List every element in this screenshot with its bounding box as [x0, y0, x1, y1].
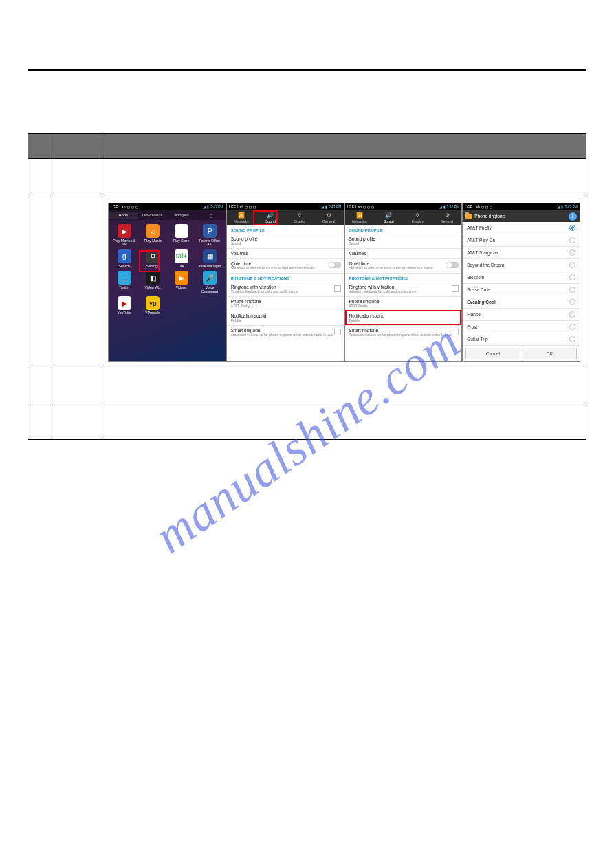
status-bar: LGE Lab ◻ ◻ ◻ ◢▮2:42 PM — [109, 203, 226, 210]
screenshot-settings-1: LGE Lab ◻ ◻ ◻ ◢▮2:42 PM 📶Networks 🔊Sound… — [226, 203, 344, 362]
ringtone-item[interactable]: Beyond the Dream — [463, 259, 580, 271]
settings-tabs: 📶Networks 🔊Sound ✲Display ⚙General — [227, 210, 344, 225]
settings-item[interactable]: Notification soundPebble — [345, 311, 462, 326]
app-item[interactable]: PPolaris Office 4.0 — [197, 224, 222, 247]
screenshot-apps: LGE Lab ◻ ◻ ◻ ◢▮2:42 PM Apps Downloads W… — [108, 203, 226, 362]
table-row — [28, 159, 586, 197]
table-header-row — [28, 134, 586, 159]
section-sound-profile: SOUND PROFILE — [227, 225, 344, 234]
app-item[interactable]: ypYPmobile — [140, 296, 165, 315]
ringtone-item[interactable]: Frost — [463, 321, 580, 333]
cancel-button[interactable]: Cancel — [465, 348, 520, 359]
ringtone-item[interactable]: Blossom — [463, 271, 580, 284]
tab-networks[interactable]: 📶Networks — [345, 210, 374, 225]
settings-item[interactable]: Volumes — [345, 249, 462, 259]
app-item[interactable]: 🐦Twitter — [111, 271, 137, 293]
app-item[interactable]: gSearch — [111, 249, 137, 268]
settings-item[interactable]: Ringtone with vibrationVibration feedbac… — [345, 282, 462, 297]
tab-networks[interactable]: 📶Networks — [227, 210, 256, 225]
app-item[interactable]: ▶YouTube — [111, 296, 137, 315]
screenshots-row: LGE Lab ◻ ◻ ◻ ◢▮2:42 PM Apps Downloads W… — [108, 203, 580, 362]
checkbox[interactable] — [334, 285, 341, 292]
settings-item[interactable]: Sound profileSound — [227, 234, 344, 249]
radio[interactable] — [569, 262, 575, 268]
tab-widgets[interactable]: Widgets — [167, 212, 196, 219]
table-row — [28, 405, 586, 440]
ringtone-item[interactable]: AT&T Play On — [463, 234, 580, 247]
checkbox[interactable] — [452, 285, 459, 292]
tab-sound[interactable]: 🔊Sound — [374, 210, 403, 225]
ringtone-item[interactable]: AT&T Firefly — [463, 222, 580, 234]
app-item[interactable]: ▶Play Store — [168, 224, 194, 247]
app-item[interactable]: ▦Task Manager — [197, 249, 222, 268]
settings-tabs: 📶Networks 🔊Sound ✲Display ⚙General — [345, 210, 462, 225]
settings-item[interactable]: Ringtone with vibrationVibration feedbac… — [227, 282, 344, 297]
radio[interactable] — [569, 249, 575, 256]
settings-item[interactable]: Sound profileSound — [345, 234, 462, 249]
app-item[interactable]: talkTalk — [168, 249, 194, 268]
toggle[interactable] — [329, 262, 341, 268]
section-sound-profile: SOUND PROFILE — [345, 225, 462, 234]
status-left: LGE Lab ◻ ◻ ◻ — [111, 205, 138, 209]
ringtone-list: AT&T FireflyAT&T Play OnAT&T StargazerBe… — [463, 222, 580, 346]
tab-downloads[interactable]: Downloads — [138, 212, 166, 219]
screenshot-settings-2: LGE Lab ◻ ◻ ◻ ◢▮2:42 PM 📶Networks 🔊Sound… — [344, 203, 463, 362]
ringtone-header: Phone ringtone + — [463, 210, 580, 222]
apps-grid: ▶Play Movies & TV♫Play Music▶Play StoreP… — [109, 220, 226, 320]
settings-item[interactable]: Notification soundPebble — [227, 311, 344, 326]
settings-item[interactable]: Quiet timeSet times to turn off all soun… — [227, 259, 344, 274]
settings-item[interactable]: Quiet timeSet times to turn off all soun… — [345, 259, 462, 274]
ringtone-item[interactable]: Fiance — [463, 309, 580, 321]
ringtone-title: Phone ringtone — [474, 214, 505, 219]
tabbar: Apps Downloads Widgets ⋮ — [109, 210, 226, 220]
section-ringtone: RINGTONE & NOTIFICATIONS — [345, 274, 462, 282]
tab-menu-icon[interactable]: ⋮ — [196, 212, 225, 219]
radio[interactable] — [569, 237, 575, 243]
tab-display[interactable]: ✲Display — [285, 210, 314, 225]
tab-display[interactable]: ✲Display — [403, 210, 432, 225]
tab-general[interactable]: ⚙General — [432, 210, 461, 225]
app-item[interactable]: ▶Videos — [168, 271, 194, 293]
radio[interactable] — [569, 324, 575, 330]
radio[interactable] — [569, 287, 575, 293]
status-bar: LGE Lab ◻ ◻ ◻ ◢▮2:42 PM — [227, 203, 344, 210]
document-table: LGE Lab ◻ ◻ ◻ ◢▮2:42 PM Apps Downloads W… — [28, 133, 586, 440]
ringtone-item[interactable]: Bossa Cafe — [463, 284, 580, 296]
settings-item[interactable]: Phone ringtoneAT&T Firefly — [227, 297, 344, 311]
app-item[interactable]: 🎤Voice Command — [197, 271, 222, 293]
ringtone-item[interactable]: Guitar Trip — [463, 333, 580, 346]
settings-item[interactable]: Phone ringtoneAT&T Firefly — [345, 297, 462, 311]
screenshot-ringtone: LGE Lab ◻ ◻ ◻ ◢▮2:42 PM Phone ringtone +… — [462, 203, 580, 362]
radio[interactable] — [569, 274, 575, 280]
toggle[interactable] — [446, 262, 459, 268]
ringtone-item[interactable]: AT&T Stargazer — [463, 247, 580, 259]
tab-general[interactable]: ⚙General — [314, 210, 343, 225]
checkbox[interactable] — [452, 329, 459, 335]
settings-item[interactable]: Volumes — [227, 249, 344, 259]
settings-item[interactable]: Smart ringtoneAutomatic volume-up for ph… — [345, 326, 462, 340]
section-ringtone: RINGTONE & NOTIFICATIONS — [227, 274, 344, 282]
radio[interactable] — [569, 299, 575, 305]
app-item[interactable]: ◧Video Wiz — [140, 271, 165, 293]
table-row — [28, 368, 586, 405]
add-ringtone-button[interactable]: + — [569, 212, 577, 221]
radio[interactable] — [569, 336, 575, 342]
radio[interactable] — [569, 311, 575, 318]
ok-button[interactable]: OK — [523, 348, 577, 359]
app-item[interactable]: ⚙Settings — [140, 249, 165, 268]
folder-icon — [465, 214, 472, 219]
table-row: LGE Lab ◻ ◻ ◻ ◢▮2:42 PM Apps Downloads W… — [28, 197, 586, 368]
checkbox[interactable] — [334, 329, 341, 335]
status-bar: LGE Lab ◻ ◻ ◻ ◢▮2:42 PM — [463, 203, 580, 210]
settings-item[interactable]: Smart ringtoneAutomatic volume-up for ph… — [227, 326, 344, 340]
tab-sound[interactable]: 🔊Sound — [256, 210, 285, 225]
tab-apps[interactable]: Apps — [109, 212, 138, 219]
ringtone-item[interactable]: Evening Cool — [463, 296, 580, 309]
radio[interactable] — [569, 225, 575, 231]
app-item[interactable]: ▶Play Movies & TV — [111, 224, 137, 247]
status-bar: LGE Lab ◻ ◻ ◻ ◢▮2:42 PM — [345, 203, 462, 210]
app-item[interactable]: ♫Play Music — [140, 224, 165, 247]
